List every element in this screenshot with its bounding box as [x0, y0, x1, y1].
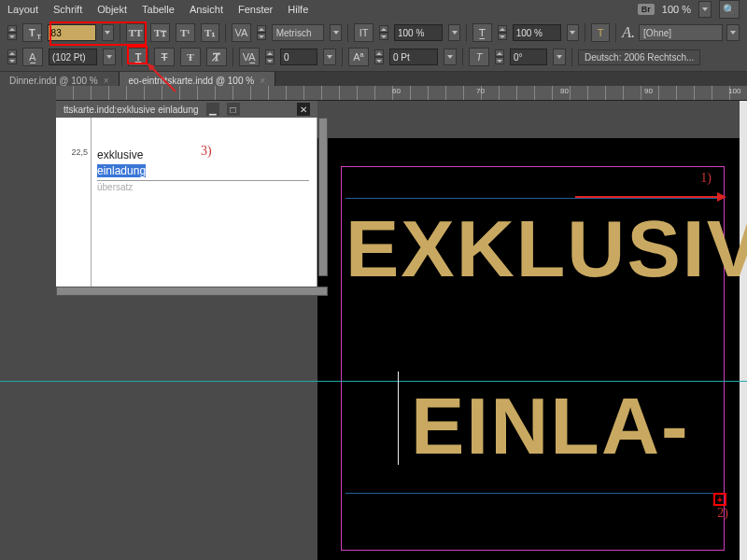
- superscript-icon[interactable]: T¹: [176, 23, 195, 42]
- baseline-dropdown[interactable]: [444, 49, 457, 65]
- zoom-display[interactable]: 100 %: [662, 4, 691, 15]
- paragraph-style-label: 22,5: [56, 147, 88, 157]
- skew-icon: T: [469, 48, 489, 66]
- ligature-icon[interactable]: Ŧ: [180, 48, 201, 66]
- ruler-tick: 60: [392, 87, 401, 95]
- kerning-dropdown[interactable]: [330, 24, 342, 41]
- fill-color-icon[interactable]: T: [591, 23, 611, 42]
- search-icon[interactable]: 🔍: [719, 0, 740, 19]
- tab-label: Dinner.indd @ 100 %: [9, 76, 98, 86]
- close-icon[interactable]: ×: [104, 76, 109, 86]
- bridge-icon[interactable]: Br: [638, 4, 655, 15]
- menu-ansicht[interactable]: Ansicht: [190, 4, 223, 15]
- fontsize-input[interactable]: [48, 24, 96, 41]
- annotation-arrow-icon: [575, 196, 725, 198]
- fontsize-dropdown[interactable]: [102, 24, 114, 41]
- smallcaps-icon[interactable]: Tᴛ: [150, 23, 170, 42]
- hscale-dropdown[interactable]: [567, 24, 579, 41]
- annotation-2: 2): [717, 506, 728, 521]
- vertical-ruler[interactable]: [0, 101, 56, 560]
- zoom-dropdown[interactable]: [698, 1, 712, 18]
- text-line-1: EXKLUSIVE: [345, 208, 747, 288]
- language-select[interactable]: Deutsch: 2006 Rechtsch...: [578, 49, 700, 65]
- control-panel: TT TT Tᴛ T¹ T₁ VA Metrisch IT T̲ T A. [O…: [0, 19, 747, 72]
- scrollbar-horizontal[interactable]: [56, 287, 328, 296]
- ruler-tick: 100: [728, 87, 740, 95]
- charstyle-icon: A.: [622, 24, 635, 41]
- skew-input[interactable]: [510, 49, 547, 65]
- baseline-input[interactable]: [389, 49, 438, 65]
- document-canvas[interactable]: EXKLUSIVE EINLA- 1) 2) +: [317, 138, 740, 560]
- kerning-icon: VA: [232, 23, 251, 42]
- baseline-icon: Aª: [348, 48, 369, 66]
- tracking-input[interactable]: [280, 49, 317, 65]
- menu-fenster[interactable]: Fenster: [238, 4, 273, 15]
- ruler-tick: 80: [560, 87, 569, 95]
- story-editor-titlebar[interactable]: ttskarte.indd:exklusive einladung ▁ □ ✕: [56, 101, 317, 118]
- scrollbar-vertical[interactable]: [318, 118, 328, 276]
- menu-tabelle[interactable]: Tabelle: [142, 4, 175, 15]
- story-editor-title: ttskarte.indd:exklusive einladung: [63, 105, 199, 115]
- workspace: ttskarte.indd:exklusive einladung ▁ □ ✕ …: [0, 101, 747, 560]
- leading-input[interactable]: [49, 49, 97, 65]
- vscale-icon: IT: [354, 23, 374, 42]
- nudge-skew[interactable]: [495, 49, 504, 64]
- hscale-input[interactable]: [513, 24, 561, 41]
- strikethrough-icon[interactable]: T: [154, 48, 175, 66]
- minimize-icon[interactable]: ▁: [206, 103, 219, 116]
- story-editor-window: 22,5 exklusive einladung übersatz 3): [56, 118, 317, 295]
- close-icon[interactable]: ✕: [297, 103, 310, 116]
- ruler-tick: 90: [644, 87, 653, 95]
- nudge-leading[interactable]: [7, 49, 17, 64]
- menu-hilfe[interactable]: Hilfe: [288, 4, 308, 15]
- charstyle-dropdown[interactable]: [726, 24, 740, 41]
- baseline-guide: [345, 493, 721, 494]
- nudge-hscale[interactable]: [498, 25, 507, 40]
- nudge-vscale[interactable]: [379, 25, 388, 40]
- vscale-input[interactable]: [394, 24, 443, 41]
- subscript-icon[interactable]: T₁: [201, 23, 220, 42]
- maximize-icon[interactable]: □: [227, 103, 240, 116]
- ruler-tick: 70: [476, 87, 485, 95]
- horizontal-ruler[interactable]: 60 70 80 90 100: [56, 86, 747, 101]
- menu-objekt[interactable]: Objekt: [97, 4, 127, 15]
- scrollbar-gutter[interactable]: [740, 101, 747, 560]
- text-line-2: EINLA-: [411, 385, 690, 466]
- menu-layout[interactable]: Layout: [7, 4, 38, 15]
- tracking-icon: VA̲: [239, 48, 260, 66]
- leading-icon: A̲: [22, 48, 43, 66]
- vscale-dropdown[interactable]: [448, 24, 460, 41]
- tab-label: eo-eintrittskarte.indd @ 100 %: [129, 76, 255, 86]
- kerning-select[interactable]: Metrisch: [272, 24, 325, 41]
- fontsize-icon: TT: [22, 23, 42, 42]
- allcaps-icon[interactable]: TT: [126, 23, 146, 42]
- annotation-1: 1): [700, 171, 712, 186]
- nudge-tracking[interactable]: [265, 49, 275, 64]
- app-menubar: Layout Schrift Objekt Tabelle Ansicht Fe…: [0, 0, 747, 19]
- text-cursor: [398, 371, 399, 465]
- nudge-baseline[interactable]: [374, 49, 384, 64]
- nudge-fontsize[interactable]: [7, 25, 17, 40]
- skew-dropdown[interactable]: [553, 49, 566, 65]
- story-paragraph-column: 22,5: [56, 118, 92, 294]
- baseline-guide: [345, 198, 721, 199]
- charstyle-select[interactable]: [Ohne]: [639, 24, 723, 41]
- menu-schrift[interactable]: Schrift: [53, 4, 82, 15]
- tracking-dropdown[interactable]: [323, 49, 336, 65]
- close-icon[interactable]: ×: [260, 76, 265, 86]
- leading-dropdown[interactable]: [103, 49, 116, 65]
- nudge-kerning[interactable]: [257, 25, 266, 40]
- annotation-3: 3): [201, 144, 212, 159]
- story-line-selected: einladung: [97, 164, 146, 177]
- hscale-icon: T̲: [472, 23, 492, 42]
- nobreak-icon[interactable]: T̸: [206, 48, 227, 66]
- overset-indicator-icon[interactable]: +: [713, 493, 726, 506]
- underline-icon[interactable]: T: [128, 48, 148, 66]
- story-overset-label: übersatz: [97, 181, 309, 194]
